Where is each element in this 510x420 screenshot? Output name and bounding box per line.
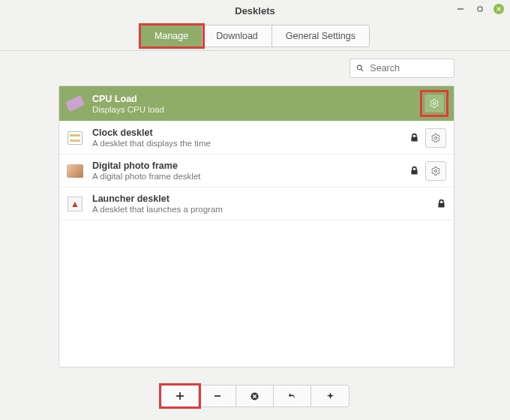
list-item[interactable]: Digital photo frame A digital photo fram… [59, 154, 454, 188]
settings-button[interactable] [424, 94, 445, 113]
list-item-text: Digital photo frame A digital photo fram… [92, 160, 410, 181]
content-area: CPU Load Displays CPU load Clock desk [0, 51, 510, 420]
svg-point-6 [433, 102, 435, 104]
svg-point-1 [478, 7, 482, 11]
desklet-subtitle: Displays CPU load [92, 105, 422, 114]
highlight-add-button [160, 384, 350, 408]
tabs: Manage Download General Settings [140, 25, 370, 47]
settings-button[interactable] [425, 128, 446, 148]
undo-button[interactable] [274, 386, 311, 406]
list-item[interactable]: ▲ Launcher desklet A desklet that launch… [59, 188, 454, 220]
maximize-button[interactable] [474, 3, 486, 15]
gear-icon [430, 133, 441, 143]
sparkle-icon [326, 392, 335, 401]
window-title: Desklets [235, 5, 274, 16]
list-item-actions [436, 199, 446, 208]
list-item-text: CPU Load Displays CPU load [92, 94, 422, 114]
window-controls [454, 3, 504, 15]
desklet-icon [67, 130, 83, 146]
tab-download[interactable]: Download [202, 26, 272, 46]
list-item[interactable]: Clock desklet A desklet that displays th… [59, 122, 454, 154]
lock-icon [410, 166, 419, 176]
desklet-icon: ▲ [67, 196, 83, 212]
close-icon [496, 6, 502, 12]
bottom-toolbar [0, 384, 510, 408]
undo-icon [287, 391, 298, 401]
desklet-icon [67, 95, 83, 112]
delete-icon [250, 392, 260, 401]
tab-label: Manage [154, 31, 188, 41]
minimize-icon [457, 5, 464, 13]
desklet-list: CPU Load Displays CPU load Clock desk [58, 86, 454, 368]
add-button[interactable] [161, 386, 199, 406]
highlight-manage-tab: Manage Download General Settings [139, 23, 371, 49]
gear-icon [430, 166, 441, 176]
tab-manage[interactable]: Manage [141, 26, 202, 46]
search-icon [356, 64, 364, 73]
desklet-title: Digital photo frame [92, 160, 410, 171]
minimize-button[interactable] [454, 3, 466, 15]
list-item-text: Launcher desklet A desklet that launches… [92, 194, 436, 214]
list-item-actions [410, 128, 446, 148]
close-button[interactable] [494, 4, 504, 14]
remove-button[interactable] [199, 386, 236, 406]
maximize-icon [476, 5, 484, 13]
tab-general-settings[interactable]: General Settings [272, 26, 369, 46]
list-item-text: Clock desklet A desklet that displays th… [92, 128, 410, 148]
list-item-actions [410, 161, 446, 181]
tab-label: Download [216, 31, 258, 41]
desklet-subtitle: A desklet that launches a program [92, 205, 436, 214]
tab-label: General Settings [286, 31, 356, 41]
delete-button[interactable] [236, 386, 274, 406]
upgrade-button[interactable] [311, 386, 349, 406]
desklet-subtitle: A desklet that displays the time [92, 139, 410, 148]
desklet-title: CPU Load [92, 94, 422, 104]
svg-point-4 [357, 65, 362, 70]
lock-icon [436, 199, 446, 208]
svg-point-7 [434, 136, 436, 139]
titlebar: Desklets [0, 0, 510, 21]
plus-icon [176, 392, 184, 400]
settings-button[interactable] [425, 161, 446, 181]
search-row [0, 51, 510, 82]
gear-icon [429, 98, 440, 109]
search-input[interactable] [368, 62, 448, 74]
list-item-actions [422, 92, 446, 115]
desklet-title: Launcher desklet [92, 194, 436, 204]
lock-icon [410, 133, 419, 142]
desklet-title: Clock desklet [92, 128, 410, 138]
tabs-bar: Manage Download General Settings [0, 21, 510, 51]
svg-line-5 [361, 69, 363, 71]
desklet-subtitle: A digital photo frame desklet [92, 172, 410, 181]
list-item[interactable]: CPU Load Displays CPU load [59, 86, 454, 122]
toolbar-button-group [160, 385, 350, 407]
search-box[interactable] [350, 58, 454, 78]
svg-point-8 [434, 170, 436, 172]
minus-icon [213, 392, 222, 400]
desklet-icon [67, 163, 83, 179]
highlight-settings-button [422, 92, 446, 115]
